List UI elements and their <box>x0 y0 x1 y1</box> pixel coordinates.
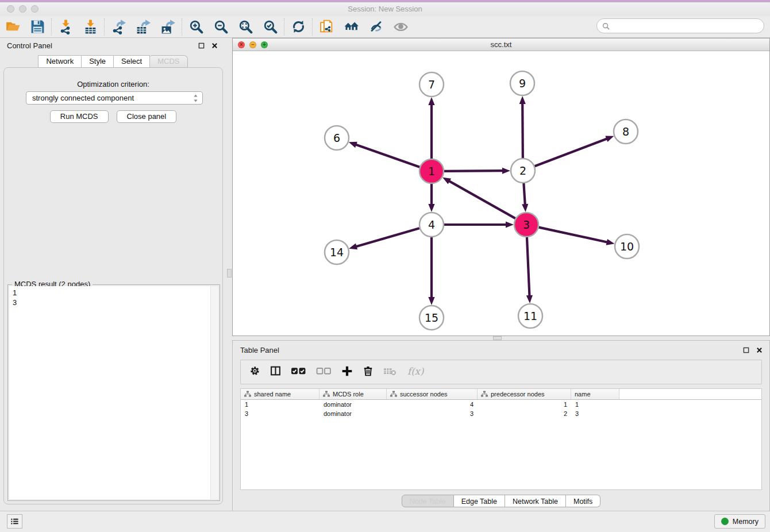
graph-node-4[interactable]: 4 <box>419 213 444 237</box>
tab-network-table[interactable]: Network Table <box>505 495 566 507</box>
graph-edge-4-3[interactable] <box>444 221 514 228</box>
graph-edge-1-2[interactable] <box>444 168 510 174</box>
column-header-successor-nodes[interactable]: successor nodes <box>387 389 478 399</box>
graph-edge-3-11[interactable] <box>526 237 533 303</box>
table-cell[interactable]: 3 <box>571 410 619 417</box>
table-settings-gear-button[interactable] <box>249 365 260 379</box>
table-cell[interactable]: 4 <box>387 401 478 408</box>
maximize-window-button[interactable] <box>31 5 38 13</box>
window-titlebar[interactable]: Session: New Session <box>0 2 770 16</box>
table-cell[interactable]: 1 <box>571 401 619 408</box>
control-panel-tabs: NetworkStyleSelectMCDS <box>0 55 226 68</box>
import-network-button[interactable] <box>56 18 75 36</box>
tab-edge-table[interactable]: Edge Table <box>454 495 505 507</box>
delete-column-icon <box>363 365 374 379</box>
float-panel-button[interactable] <box>197 41 206 50</box>
table-cell[interactable]: 1 <box>241 401 319 408</box>
vertical-splitter-handle[interactable] <box>227 269 232 277</box>
minimize-window-button[interactable] <box>19 5 26 13</box>
zoom-out-button[interactable] <box>211 18 230 36</box>
column-header-predecessor-nodes[interactable]: predecessor nodes <box>478 389 571 399</box>
graph-edge-1-7[interactable] <box>428 97 434 159</box>
graph-node-11[interactable]: 11 <box>518 304 542 328</box>
zoom-fit-content-button[interactable] <box>236 18 255 36</box>
clone-network-button[interactable] <box>317 18 336 36</box>
graph-node-6[interactable]: 6 <box>325 126 349 150</box>
tab-select[interactable]: Select <box>114 55 150 68</box>
table-cell[interactable]: 3 <box>387 410 478 417</box>
table-cell[interactable]: dominator <box>319 410 387 417</box>
run-mcds-button[interactable]: Run MCDS <box>50 110 109 123</box>
tab-motifs[interactable]: Motifs <box>566 495 600 507</box>
table-cell[interactable]: 2 <box>478 410 571 417</box>
table-cell[interactable]: 3 <box>241 410 319 417</box>
tab-mcds[interactable]: MCDS <box>150 55 187 68</box>
close-window-button[interactable] <box>7 5 14 13</box>
graph-node-2[interactable]: 2 <box>511 159 535 183</box>
minimize-network-button[interactable]: − <box>249 41 256 48</box>
zoom-in-button[interactable] <box>187 18 205 36</box>
mcds-result-list[interactable]: 13 <box>9 286 218 499</box>
criterion-dropdown[interactable]: strongly connected component <box>26 91 203 105</box>
graph-node-14[interactable]: 14 <box>325 240 349 264</box>
graph-edge-3-1[interactable] <box>442 178 515 218</box>
result-scrollbar[interactable] <box>210 286 218 499</box>
close-network-button[interactable]: × <box>238 41 245 48</box>
table-row[interactable]: 3dominator323 <box>241 409 761 418</box>
apply-preferred-layout-button[interactable] <box>289 18 307 36</box>
tab-network[interactable]: Network <box>38 55 82 68</box>
unselect-all-columns-button[interactable] <box>316 365 332 379</box>
graph-edge-4-14[interactable] <box>349 228 419 249</box>
graph-node-7[interactable]: 7 <box>419 72 444 97</box>
graph-edge-2-9[interactable] <box>519 96 526 158</box>
tab-node-table[interactable]: Node Table <box>402 495 454 507</box>
graph-node-10[interactable]: 10 <box>615 234 639 259</box>
column-header-mcds-role[interactable]: MCDS role <box>319 389 387 399</box>
select-all-columns-button[interactable] <box>291 365 306 379</box>
optimization-criterion-label: Optimization criterion: <box>4 80 222 88</box>
table-row[interactable]: 1dominator411 <box>241 400 761 409</box>
horizontal-splitter-handle[interactable] <box>493 336 502 340</box>
zoom-selected-region-button[interactable] <box>261 18 279 36</box>
tab-style[interactable]: Style <box>82 55 114 68</box>
graph-node-9[interactable]: 9 <box>510 71 534 95</box>
save-session-button[interactable] <box>28 18 47 36</box>
search-input[interactable] <box>610 20 758 32</box>
close-panel-button-2[interactable]: Close panel <box>117 110 177 123</box>
table-cell[interactable]: 1 <box>478 401 571 408</box>
show-task-history-button[interactable] <box>7 514 22 529</box>
open-file-button[interactable] <box>3 18 22 36</box>
maximize-network-button[interactable]: + <box>261 41 268 48</box>
search-box[interactable] <box>596 18 764 33</box>
table-cell[interactable]: dominator <box>319 401 387 408</box>
graph-node-15[interactable]: 15 <box>419 306 444 330</box>
column-header-shared-name[interactable]: shared name <box>241 389 319 399</box>
add-column-button[interactable] <box>341 365 353 379</box>
import-table-button[interactable] <box>81 18 99 36</box>
graph-edge-4-15[interactable] <box>428 237 434 305</box>
graph-node-1[interactable]: 1 <box>419 159 444 183</box>
close-panel-button[interactable] <box>210 41 219 50</box>
column-header-name[interactable]: name <box>571 389 619 399</box>
float-table-panel-button[interactable] <box>741 345 750 354</box>
network-window-titlebar[interactable]: × − + scc.txt <box>233 38 769 51</box>
graph-node-8[interactable]: 8 <box>614 119 638 144</box>
memory-status-button[interactable]: Memory <box>714 514 765 529</box>
export-image-button[interactable] <box>159 18 177 36</box>
nested-network-home-button[interactable] <box>342 18 360 36</box>
graph-edge-1-4[interactable] <box>428 184 434 212</box>
hide-graphics-details-button[interactable] <box>367 18 385 36</box>
graph-edge-3-10[interactable] <box>538 228 614 245</box>
graph-node-3[interactable]: 3 <box>514 213 538 237</box>
save-session-icon <box>30 19 45 34</box>
close-table-panel-button[interactable] <box>754 345 764 354</box>
export-network-button[interactable] <box>109 18 128 36</box>
delete-column-button[interactable] <box>363 365 374 379</box>
show-columns-button[interactable] <box>270 365 281 379</box>
network-canvas[interactable]: 7968124314101511 <box>233 51 769 336</box>
graph-edge-2-3[interactable] <box>522 183 528 212</box>
graph-edge-1-6[interactable] <box>349 142 419 167</box>
show-graphics-details-button[interactable] <box>391 18 410 36</box>
graph-edge-2-8[interactable] <box>535 136 614 167</box>
export-table-button[interactable] <box>134 18 152 36</box>
